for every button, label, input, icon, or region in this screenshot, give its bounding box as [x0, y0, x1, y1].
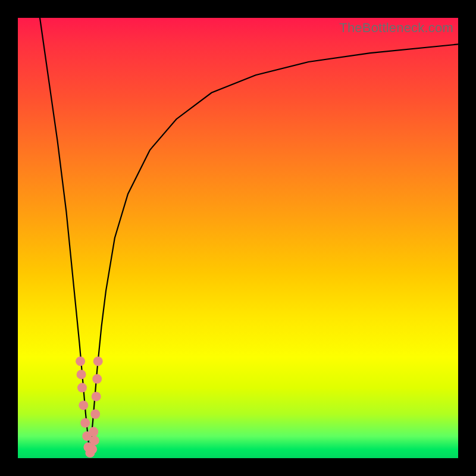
curve-right-branch	[90, 44, 458, 453]
marker-cluster	[76, 356, 103, 458]
data-point	[76, 356, 85, 366]
plot-area: TheBottleneck.com	[18, 18, 458, 458]
data-point	[87, 444, 97, 454]
data-point	[79, 400, 88, 410]
data-point	[90, 409, 100, 419]
chart-frame: TheBottleneck.com	[0, 0, 476, 476]
data-point	[77, 369, 86, 379]
data-point	[92, 392, 101, 401]
data-point	[80, 418, 90, 428]
data-point	[90, 436, 99, 445]
data-point	[77, 383, 87, 393]
data-point	[89, 427, 98, 437]
chart-svg	[18, 18, 458, 458]
data-point	[93, 356, 103, 366]
watermark-text: TheBottleneck.com	[339, 20, 453, 36]
data-point	[92, 374, 102, 384]
